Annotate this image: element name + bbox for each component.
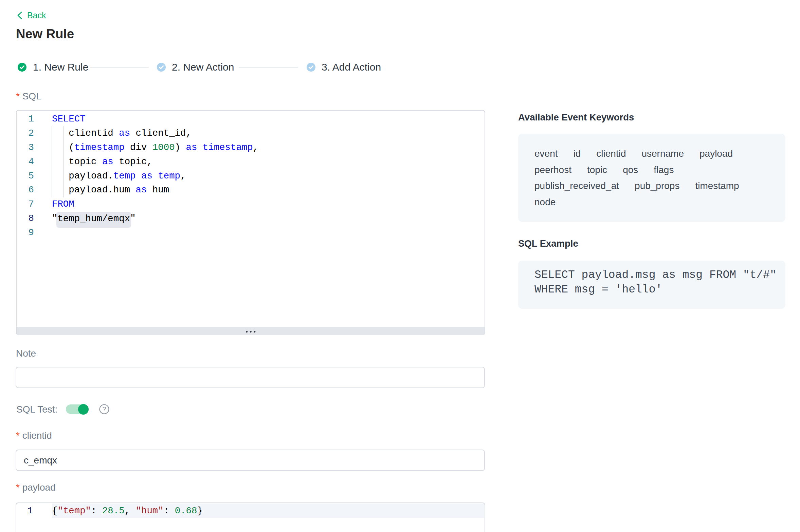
svg-text:?: ? <box>103 405 106 413</box>
